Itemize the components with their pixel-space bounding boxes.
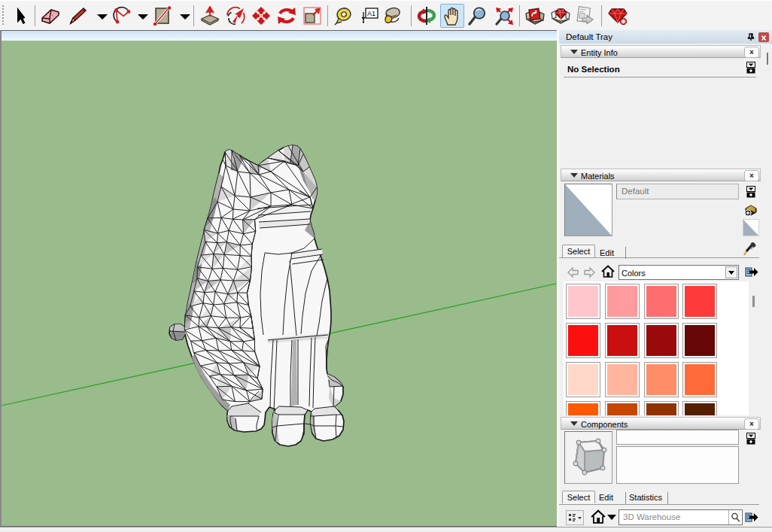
svg-text:A1: A1	[367, 10, 375, 17]
